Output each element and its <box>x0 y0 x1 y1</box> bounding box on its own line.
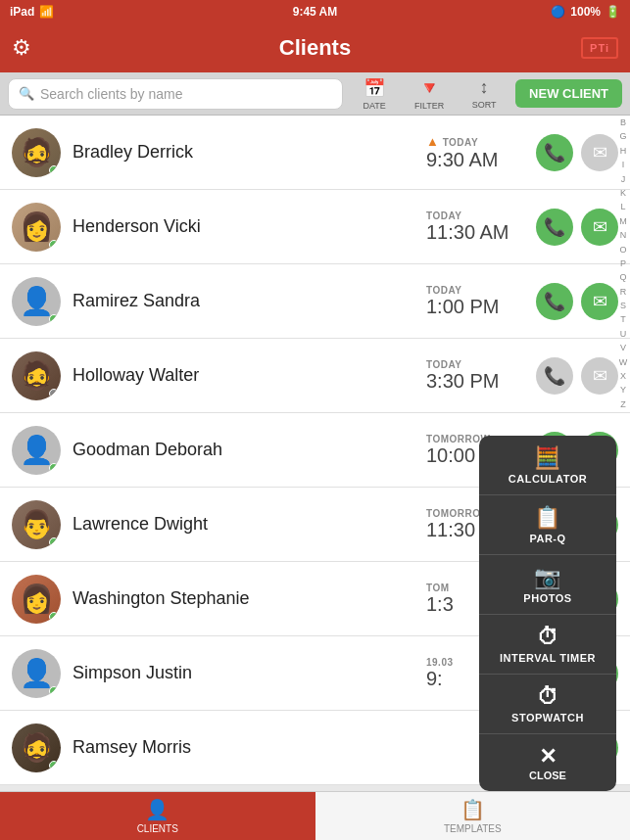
status-bar-time: 9:45 AM <box>293 5 338 19</box>
avatar: 👤 <box>12 426 61 475</box>
phone-button[interactable]: 📞 <box>536 209 573 246</box>
filter-label: FILTER <box>414 101 444 111</box>
date-button[interactable]: 📅 DATE <box>351 77 398 111</box>
status-bar: iPad 📶 9:45 AM 🔵 100% 🔋 <box>0 0 630 23</box>
battery-icon: 🔋 <box>606 5 620 19</box>
battery-label: 100% <box>570 5 601 19</box>
appointment-day: TODAY <box>426 285 461 296</box>
avatar: 🧔 <box>12 128 61 177</box>
templates-icon: 📋 <box>460 798 485 821</box>
client-name: Lawrence Dwight <box>73 514 414 535</box>
camera-icon: 📷 <box>534 565 561 590</box>
app-logo: PTi <box>581 37 618 59</box>
client-name: Henderson Vicki <box>73 216 414 237</box>
online-indicator <box>49 537 59 547</box>
email-button[interactable]: ✉ <box>581 357 618 395</box>
interval-timer-button[interactable]: ⏱ INTERVAL TIMER <box>479 615 616 675</box>
email-button[interactable]: ✉ <box>581 134 618 171</box>
sort-icon: ↕ <box>480 77 489 98</box>
close-label: CLOSE <box>529 770 566 781</box>
avatar: 🧔 <box>12 351 61 400</box>
search-icon: 🔍 <box>19 86 34 101</box>
client-name: Ramsey Morris <box>73 737 414 758</box>
list-item[interactable]: 🧔 Bradley Derrick ▲ TODAY 9:30 AM 📞 ✉ <box>0 116 630 190</box>
tab-templates-label: TEMPLATES <box>444 823 502 834</box>
online-indicator <box>49 761 59 770</box>
action-buttons: 📞 ✉ <box>536 283 618 320</box>
wifi-icon: 📶 <box>39 5 54 19</box>
header: ⚙ Clients PTi <box>0 23 630 72</box>
appointment-day: 19.03 <box>426 657 454 668</box>
calendar-icon: 📅 <box>363 77 385 99</box>
appointment-info: ▲ TODAY 9:30 AM <box>426 134 524 171</box>
appointment-time: 1:3 <box>426 593 454 616</box>
tab-templates[interactable]: 📋 TEMPLATES <box>315 792 631 840</box>
avatar: 👩 <box>12 575 61 624</box>
appointment-day: TODAY <box>426 210 461 221</box>
filter-button[interactable]: 🔻 FILTER <box>406 77 453 111</box>
email-button[interactable]: ✉ <box>581 209 618 246</box>
online-indicator <box>49 612 59 622</box>
status-bar-left: iPad 📶 <box>10 5 54 19</box>
status-bar-right: 🔵 100% 🔋 <box>551 5 620 19</box>
avatar: 🧔 <box>12 723 61 772</box>
action-buttons: 📞 ✉ <box>536 209 618 246</box>
avatar: 👤 <box>12 277 61 326</box>
client-name: Holloway Walter <box>73 365 414 386</box>
calculator-label: CALCULATOR <box>509 473 587 485</box>
search-input[interactable]: Search clients by name <box>40 86 183 102</box>
popup-menu: 🧮 CALCULATOR 📋 PAR-Q 📷 PHOTOS ⏱ INTERVAL… <box>479 436 616 791</box>
toolbar: 🔍 Search clients by name 📅 DATE 🔻 FILTER… <box>0 72 630 116</box>
calculator-icon: 🧮 <box>534 445 561 471</box>
sort-button[interactable]: ↕ SORT <box>460 77 508 110</box>
list-item[interactable]: 🧔 Holloway Walter TODAY 3:30 PM 📞 ✉ <box>0 339 630 413</box>
list-item[interactable]: 👤 Ramirez Sandra TODAY 1:00 PM 📞 ✉ <box>0 264 630 339</box>
appointment-time: 9:30 AM <box>426 149 498 171</box>
stopwatch-button[interactable]: ⏱ STOPWATCH <box>479 675 616 734</box>
appointment-info: TODAY 11:30 AM <box>426 210 524 244</box>
tab-bar: 👤 CLIENTS 📋 TEMPLATES <box>0 791 630 840</box>
interval-timer-icon: ⏱ <box>537 625 559 650</box>
list-item[interactable]: 👩 Henderson Vicki TODAY 11:30 AM 📞 ✉ <box>0 190 630 264</box>
avatar: 👨 <box>12 500 61 549</box>
appointment-time: 9: <box>426 668 443 690</box>
online-indicator <box>49 463 59 473</box>
email-button[interactable]: ✉ <box>581 283 618 320</box>
parq-label: PAR-Q <box>529 533 565 544</box>
search-box[interactable]: 🔍 Search clients by name <box>8 78 343 110</box>
appointment-time: 11:30 AM <box>426 221 509 244</box>
close-popup-button[interactable]: ✕ CLOSE <box>479 734 616 791</box>
client-name: Simpson Justin <box>73 663 414 683</box>
parq-button[interactable]: 📋 PAR-Q <box>479 495 616 555</box>
online-indicator <box>49 314 59 324</box>
filter-icon: 🔻 <box>418 77 440 99</box>
bluetooth-icon: 🔵 <box>551 5 565 19</box>
new-client-button[interactable]: NEW CLIENT <box>515 79 622 108</box>
gear-icon[interactable]: ⚙ <box>12 35 31 61</box>
alphabet-index: B G H I J K L M N O P Q R S T U V W X Y … <box>616 116 630 411</box>
client-name: Ramirez Sandra <box>73 291 414 311</box>
phone-button[interactable]: 📞 <box>536 283 573 320</box>
avatar: 👤 <box>12 649 61 698</box>
online-indicator <box>49 240 59 250</box>
phone-button[interactable]: 📞 <box>536 134 573 171</box>
stopwatch-icon: ⏱ <box>537 684 559 710</box>
client-name: Goodman Deborah <box>73 440 414 460</box>
appointment-day: TODAY <box>426 359 461 370</box>
tab-clients-label: CLIENTS <box>137 823 178 834</box>
phone-button[interactable]: 📞 <box>536 357 573 395</box>
photos-label: PHOTOS <box>523 592 571 604</box>
online-indicator <box>49 165 59 175</box>
action-buttons: 📞 ✉ <box>536 357 618 395</box>
client-name: Washington Stephanie <box>73 588 414 609</box>
client-name: Bradley Derrick <box>73 142 414 163</box>
appointment-time: 3:30 PM <box>426 370 499 393</box>
sort-label: SORT <box>472 100 497 110</box>
tab-clients[interactable]: 👤 CLIENTS <box>0 792 315 840</box>
photos-button[interactable]: 📷 PHOTOS <box>479 555 616 615</box>
calculator-button[interactable]: 🧮 CALCULATOR <box>479 436 616 495</box>
stopwatch-label: STOPWATCH <box>511 712 584 723</box>
avatar: 👩 <box>12 203 61 252</box>
date-label: DATE <box>363 101 385 111</box>
online-indicator <box>49 389 59 398</box>
